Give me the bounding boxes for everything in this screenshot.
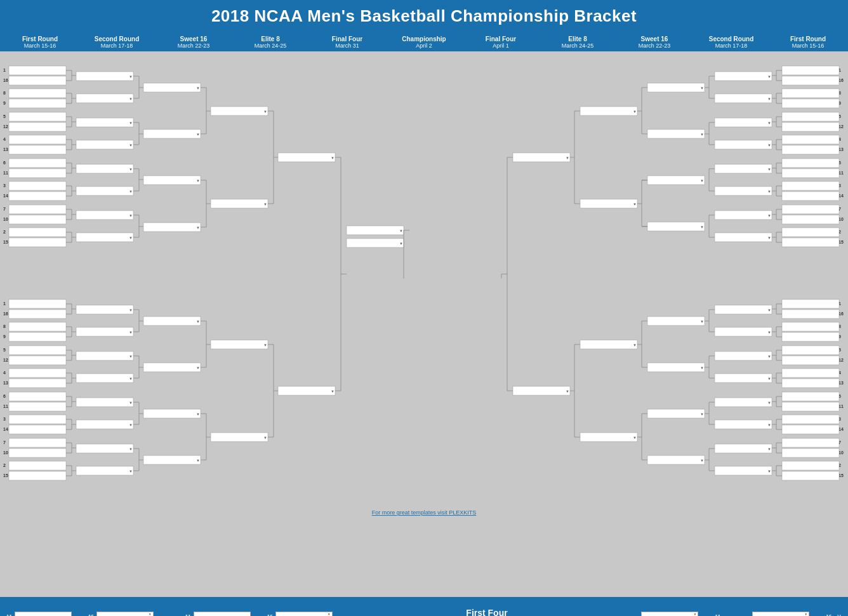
slot[interactable] — [9, 145, 66, 154]
slot[interactable] — [715, 164, 772, 173]
slot[interactable] — [9, 471, 66, 480]
slot[interactable] — [715, 233, 772, 242]
slot[interactable] — [782, 438, 839, 447]
slot[interactable] — [9, 299, 66, 308]
slot[interactable] — [715, 398, 772, 407]
footer-slot-6[interactable] — [752, 612, 809, 616]
footer-slot-1[interactable] — [15, 612, 72, 616]
slot[interactable] — [782, 322, 839, 331]
slot[interactable] — [715, 305, 772, 314]
slot[interactable] — [782, 89, 839, 98]
slot-championship-bot[interactable] — [347, 239, 404, 247]
slot[interactable] — [9, 438, 66, 447]
slot[interactable] — [9, 356, 66, 365]
slot[interactable] — [782, 392, 839, 401]
slot[interactable] — [782, 192, 839, 200]
slot[interactable] — [513, 386, 570, 395]
slot[interactable] — [143, 223, 201, 232]
slot[interactable] — [782, 369, 839, 377]
slot[interactable] — [76, 374, 133, 383]
slot[interactable] — [782, 310, 839, 318]
slot[interactable] — [9, 238, 66, 247]
slot[interactable] — [278, 153, 335, 162]
slot[interactable] — [9, 122, 66, 131]
slot[interactable] — [580, 340, 637, 349]
slot[interactable] — [76, 327, 133, 336]
slot[interactable] — [782, 461, 839, 470]
slot[interactable] — [9, 159, 66, 167]
footer-slot-5[interactable] — [641, 612, 698, 616]
slot[interactable] — [76, 94, 133, 103]
slot[interactable] — [143, 455, 201, 464]
slot[interactable] — [9, 76, 66, 85]
slot[interactable] — [9, 310, 66, 318]
slot[interactable] — [782, 99, 839, 108]
slot[interactable] — [647, 129, 705, 138]
slot[interactable] — [782, 402, 839, 411]
slot[interactable] — [782, 145, 839, 154]
slot[interactable] — [647, 363, 705, 372]
slot[interactable] — [9, 402, 66, 411]
slot[interactable] — [9, 89, 66, 98]
slot[interactable] — [76, 140, 133, 149]
slot[interactable] — [782, 205, 839, 214]
slot[interactable] — [211, 107, 268, 115]
footer-slot-3[interactable] — [194, 612, 251, 616]
slot[interactable] — [715, 118, 772, 127]
slot[interactable] — [513, 153, 570, 162]
footer-slot-2[interactable] — [96, 612, 154, 616]
slot[interactable] — [9, 346, 66, 355]
slot[interactable] — [715, 140, 772, 149]
slot[interactable] — [715, 72, 772, 81]
slot[interactable] — [580, 107, 637, 115]
slot[interactable] — [782, 159, 839, 167]
slot[interactable] — [782, 228, 839, 237]
slot[interactable] — [782, 299, 839, 308]
slot[interactable] — [76, 420, 133, 429]
slot[interactable] — [715, 466, 772, 475]
slot[interactable] — [715, 327, 772, 336]
slot[interactable] — [715, 420, 772, 429]
slot[interactable] — [9, 415, 66, 424]
slot[interactable] — [9, 169, 66, 178]
slot[interactable] — [647, 409, 705, 418]
slot[interactable] — [76, 466, 133, 475]
slot[interactable] — [76, 398, 133, 407]
slot[interactable] — [143, 83, 201, 92]
slot[interactable] — [143, 317, 201, 325]
slot[interactable] — [647, 455, 705, 464]
footer-slot-4[interactable] — [275, 612, 333, 616]
slot[interactable] — [76, 233, 133, 242]
slot[interactable] — [9, 215, 66, 224]
slot[interactable] — [782, 238, 839, 247]
slot[interactable] — [647, 176, 705, 185]
slot[interactable] — [76, 211, 133, 220]
slot[interactable] — [76, 164, 133, 173]
slot[interactable] — [782, 122, 839, 131]
slot[interactable] — [143, 176, 201, 185]
slot[interactable] — [211, 433, 268, 442]
slot[interactable] — [76, 72, 133, 81]
slot[interactable] — [9, 66, 66, 75]
slot[interactable] — [782, 181, 839, 190]
slot[interactable] — [9, 112, 66, 121]
slot[interactable] — [9, 332, 66, 341]
slot[interactable] — [782, 379, 839, 388]
slot[interactable] — [782, 471, 839, 480]
slot[interactable] — [782, 135, 839, 144]
slot[interactable] — [76, 187, 133, 195]
slot[interactable] — [76, 444, 133, 453]
slot[interactable] — [9, 181, 66, 190]
slot[interactable] — [76, 305, 133, 314]
slot[interactable] — [782, 449, 839, 457]
slot[interactable] — [9, 192, 66, 200]
slot-championship-top[interactable] — [347, 226, 404, 235]
slot[interactable] — [715, 444, 772, 453]
slot[interactable] — [715, 94, 772, 103]
slot[interactable] — [782, 415, 839, 424]
slot[interactable] — [782, 425, 839, 434]
slot[interactable] — [9, 392, 66, 401]
slot[interactable] — [715, 187, 772, 195]
slot[interactable] — [76, 118, 133, 127]
slot[interactable] — [76, 351, 133, 360]
